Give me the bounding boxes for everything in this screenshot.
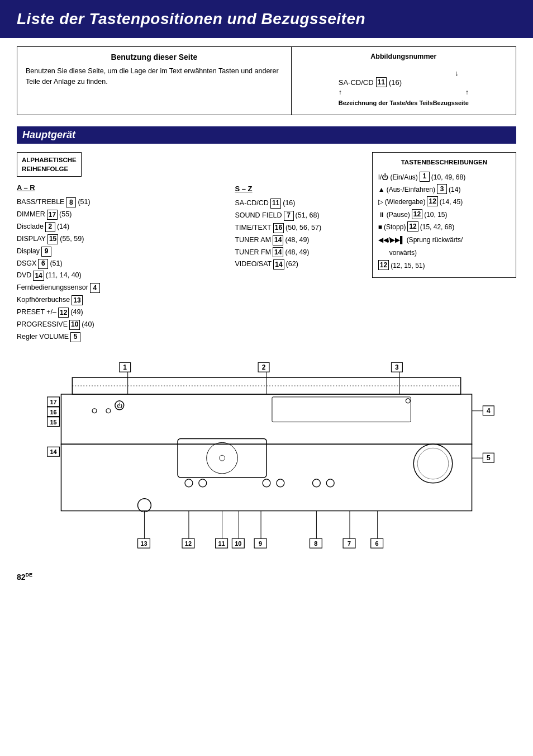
svg-text:2: 2 (262, 363, 266, 371)
benutzung-box: Benutzung dieser Seite Benutzen Sie dies… (17, 47, 292, 115)
sacd-example: ↓ SA-CD/CD 11 (16) ↑ ↑ Bezeichnung der T… (339, 69, 469, 106)
svg-text:13: 13 (140, 540, 147, 547)
svg-text:3: 3 (395, 363, 399, 371)
svg-point-38 (326, 479, 334, 487)
list-item: VIDEO/SAT 14 (62) (235, 258, 366, 271)
svg-text:9: 9 (259, 540, 262, 547)
item-list-sz: SA-CD/CD 11 (16) SOUND FIELD 7 (51, 68) … (235, 197, 366, 271)
bezeichnung-label: Bezeichnung der Taste/des Teils (339, 100, 433, 106)
tasten-item: ▷ (Wiedergabe) 12 (14, 45) (378, 196, 510, 207)
svg-point-45 (406, 399, 410, 403)
tasten-item: ■ (Stopp) 12 (15, 42, 68) (378, 221, 510, 233)
svg-rect-41 (272, 397, 411, 422)
svg-text:5: 5 (487, 454, 491, 462)
hauptgerat-title: Hauptgerät (22, 129, 75, 140)
svg-point-36 (277, 479, 284, 487)
page-suffix: DE (26, 573, 33, 578)
section-header-ar: A – R (17, 183, 226, 192)
list-item: TUNER FM 14 (48, 49) (235, 247, 366, 259)
item-list-ar: BASS/TREBLE 8 (51) DIMMER 17 (55) Discla… (17, 196, 226, 343)
tasten-box: TASTENBESCHREIBUNGEN I/⏻ (Ein/Aus) 1 (10… (372, 152, 516, 278)
list-item: SOUND FIELD 7 (51, 68) (235, 210, 366, 222)
device-diagram: 1 2 3 4 5 17 (17, 355, 516, 589)
list-item: TIME/TEXT 16 (50, 56, 57) (235, 222, 366, 234)
svg-text:11: 11 (218, 540, 225, 547)
tasten-item: ◀◀/▶▶▌ (Sprung rückwärts/ vorwärts) 12 (… (378, 234, 510, 272)
left-col: ALPHABETISCHEREIHENFOLGE A – R BASS/TREB… (17, 152, 226, 343)
sacd-label: SA-CD/CD (339, 78, 374, 87)
tasten-item: ▲ (Aus-/Einfahren) 3 (14) (378, 184, 510, 195)
list-item: PROGRESSIVE 10 (40) (17, 319, 226, 331)
section-header-sz: S – Z (235, 185, 366, 193)
svg-point-43 (106, 408, 111, 413)
tasten-item: ⏸ (Pause) 12 (10, 15) (378, 209, 510, 220)
svg-point-31 (207, 442, 238, 474)
list-item: TUNER AM 14 (48, 49) (235, 234, 366, 247)
list-item: Regler VOLUME 5 (17, 331, 226, 343)
page-title: Liste der Tastenpositionen und Bezugssei… (17, 10, 516, 28)
svg-point-39 (413, 444, 453, 483)
list-item: Kopfhörerbuchse 13 (17, 294, 226, 306)
svg-point-33 (185, 479, 193, 487)
three-column-layout: ALPHABETISCHEREIHENFOLGE A – R BASS/TREB… (17, 152, 516, 343)
title-bar: Liste der Tastenpositionen und Bezugssei… (0, 0, 533, 38)
tasten-item: I/⏻ (Ein/Aus) 1 (10, 49, 68) (378, 172, 510, 183)
svg-text:1: 1 (123, 363, 127, 371)
svg-text:8: 8 (314, 540, 317, 547)
svg-point-32 (220, 455, 225, 461)
svg-text:10: 10 (235, 540, 241, 547)
list-item: Display 9 (17, 245, 226, 258)
alpha-box: ALPHABETISCHEREIHENFOLGE (17, 152, 82, 177)
svg-text:14: 14 (50, 448, 56, 455)
svg-point-37 (312, 479, 320, 487)
benutzung-text: Benutzen Sie diese Seite, um die Lage de… (26, 66, 283, 87)
svg-text:6: 6 (375, 540, 379, 547)
sacd-line: SA-CD/CD 11 (16) (339, 77, 469, 87)
main-content: Benutzung dieser Seite Benutzen Sie dies… (0, 38, 533, 593)
benutzung-title: Benutzung dieser Seite (26, 53, 283, 62)
mid-col: S – Z SA-CD/CD 11 (16) SOUND FIELD 7 (51… (226, 152, 366, 343)
svg-text:7: 7 (348, 540, 351, 547)
abbildung-box: Abbildungsnummer ↓ SA-CD/CD 11 (16) ↑ ↑ … (292, 47, 516, 115)
svg-text:⏻: ⏻ (117, 402, 122, 408)
list-item: DVD 14 (11, 14, 40) (17, 270, 226, 282)
tasten-title: TASTENBESCHREIBUNGEN (378, 157, 510, 168)
svg-point-34 (199, 479, 207, 487)
list-item: DSGX 6 (51) (17, 258, 226, 270)
svg-point-42 (92, 408, 97, 413)
page-container: Liste der Tastenpositionen und Bezugssei… (0, 0, 533, 593)
svg-point-40 (417, 448, 449, 479)
svg-text:16: 16 (50, 408, 56, 415)
top-section: Benutzung dieser Seite Benutzen Sie dies… (17, 46, 516, 115)
page-number-area: 82DE (17, 573, 516, 582)
svg-point-44 (138, 498, 151, 512)
list-item: DISPLAY 15 (55, 59) (17, 233, 226, 245)
list-item: Disclade 2 (14) (17, 221, 226, 233)
svg-text:12: 12 (185, 540, 192, 547)
list-item: DIMMER 17 (55) (17, 209, 226, 221)
sacd-num: 11 (376, 77, 387, 87)
list-item: SA-CD/CD 11 (16) (235, 197, 366, 210)
abbildung-title: Abbildungsnummer (300, 53, 507, 60)
list-item: PRESET +/– 12 (49) (17, 306, 226, 319)
arrows-row: Bezeichnung der Taste/des Teils Bezugsse… (339, 100, 469, 106)
hauptgerat-title-bar: Hauptgerät (17, 126, 516, 144)
svg-point-35 (263, 479, 270, 487)
svg-text:4: 4 (487, 407, 491, 414)
svg-text:17: 17 (50, 399, 56, 405)
svg-text:15: 15 (50, 418, 56, 425)
list-item: BASS/TREBLE 8 (51) (17, 196, 226, 209)
diagram-area: 1 2 3 4 5 17 (17, 355, 516, 589)
bezugsseite-label: Bezugsseite (433, 100, 469, 106)
list-item: Fernbedienungssensor 4 (17, 282, 226, 294)
tasten-list: I/⏻ (Ein/Aus) 1 (10, 49, 68) ▲ (Aus-/Ein… (378, 172, 510, 272)
sacd-pages: (16) (389, 78, 402, 87)
page-number: 82DE (17, 573, 32, 582)
right-col: TASTENBESCHREIBUNGEN I/⏻ (Ein/Aus) 1 (10… (367, 152, 516, 343)
